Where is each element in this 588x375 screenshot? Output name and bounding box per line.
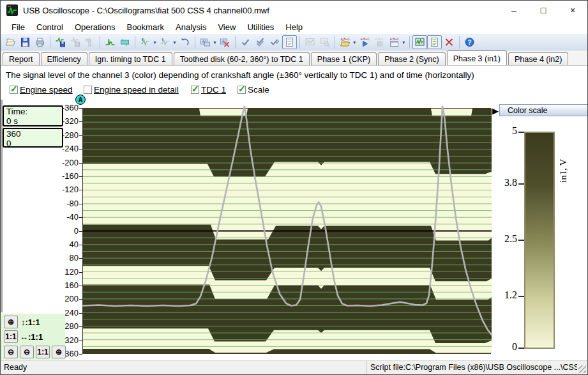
menu-operations[interactable]: Operations [69, 21, 121, 33]
script-open-button[interactable]: A:B+C [338, 35, 352, 49]
minimize-button[interactable]: – [499, 1, 529, 20]
script-run-icon: A:B+C [359, 37, 370, 47]
checkbox-engine-speed[interactable]: ✓Engine speed [10, 85, 73, 95]
menu-analysis[interactable]: Analysis [170, 21, 212, 33]
checkbox-box[interactable]: ✓ [237, 86, 246, 94]
undo-button[interactable] [177, 35, 192, 49]
zoom-out-vertical-button[interactable]: ⊖ [4, 346, 18, 358]
chart-button[interactable] [303, 35, 317, 49]
app-window: USB Oscilloscope - C:\Oscillograms\fiat … [0, 0, 588, 375]
zoom-signal-2-button[interactable] [158, 35, 172, 49]
help-button[interactable]: ? [462, 35, 477, 49]
script-view-button[interactable] [427, 35, 442, 49]
print-button[interactable] [33, 35, 47, 49]
tab-toothed-disk-60-2-360-to-tdc-1[interactable]: Toothed disk (60-2, 360°) to TDC 1 [174, 52, 310, 65]
color-scale-tick-label: 3.8 [501, 177, 517, 188]
measure-tool-icon [119, 37, 130, 47]
menu-utilities[interactable]: Utilities [241, 21, 280, 33]
zoom-out-horizontal-button[interactable]: ⊖ [20, 346, 34, 358]
close-button[interactable]: × [558, 1, 587, 20]
script-window-icon: A:B+C [389, 37, 400, 47]
save-icon [20, 37, 31, 47]
menu-file[interactable]: File [6, 21, 31, 33]
check-all-down-button[interactable] [253, 35, 268, 49]
script-stop-icon: A:B+C [374, 37, 385, 47]
menu-bookmark[interactable]: Bookmark [121, 21, 170, 33]
checkbox-engine-speed-in-detail[interactable]: Engine speed in detail [84, 85, 179, 95]
bookmark-marker-a[interactable]: A [75, 95, 86, 105]
checkbox-box[interactable]: ✓ [191, 86, 199, 94]
zoom-in-vertical-button[interactable]: ⊕ [4, 316, 18, 328]
zoom-signal-icon [140, 37, 151, 47]
tab-phase-4-in2[interactable]: Phase 4 (in2) [508, 52, 568, 65]
menu-control[interactable]: Control [31, 21, 69, 33]
phase-chart[interactable] [82, 108, 491, 354]
save-button[interactable] [18, 35, 33, 49]
zoom-signal-button[interactable] [138, 35, 153, 49]
check-all-forward-button[interactable] [268, 35, 282, 49]
signal-pulse-button[interactable] [103, 35, 117, 49]
menu-view[interactable]: View [212, 21, 241, 33]
resize-grip[interactable] [578, 365, 586, 373]
tab-phase-1-ckp[interactable]: Phase 1 (CKP) [311, 52, 377, 65]
checkbox-box[interactable] [84, 86, 92, 94]
color-scale-tick-label: 5 [501, 125, 517, 137]
script-list-icon [284, 37, 295, 47]
script-run-button[interactable]: A:B+C [358, 35, 372, 49]
svg-text:A:B+C: A:B+C [389, 37, 399, 41]
script-list-button[interactable] [282, 35, 297, 49]
checkbox-box[interactable]: ✓ [10, 86, 18, 94]
measure-tool-button[interactable] [117, 35, 132, 49]
check-button[interactable] [238, 35, 253, 49]
zoom-signal-2-icon [160, 37, 170, 47]
undo-icon [179, 37, 190, 47]
zoom-in-horizontal-button[interactable]: ⊕ [52, 346, 66, 358]
y-axis-label: 120 [64, 267, 79, 277]
toolbar-separator [195, 36, 195, 49]
open-file-button[interactable] [3, 35, 18, 49]
checkbox-tdc-1[interactable]: ✓TDC 1 [191, 85, 226, 95]
reset-vertical-scale-button[interactable]: 1:1 [4, 330, 18, 343]
chart-zoom-button[interactable] [317, 35, 332, 49]
chart-view-button[interactable] [412, 35, 427, 49]
angle-range-top: 360 [6, 129, 59, 139]
y-axis-label: 280 [64, 321, 79, 331]
toolbar-separator [459, 36, 460, 49]
tab-efficiency[interactable]: Efficiency [41, 52, 87, 65]
check-icon [240, 37, 251, 47]
compare-signals-button[interactable] [198, 35, 213, 49]
script-window-button-dropdown-icon[interactable]: ▼ [402, 40, 406, 45]
zoom-signal-2-button-dropdown-icon[interactable]: ▼ [172, 40, 177, 45]
check-icon: ✓ [238, 84, 246, 94]
toolbar-separator [100, 36, 100, 49]
reset-horizontal-scale-button[interactable]: 1:1 [36, 346, 50, 358]
checkbox-scale[interactable]: ✓Scale [237, 85, 269, 95]
maximize-button[interactable]: □ [529, 1, 558, 20]
zoom-signal-button-dropdown-icon[interactable]: ▼ [153, 40, 157, 45]
toolbar-separator [409, 36, 410, 49]
svg-text:A:B+C: A:B+C [375, 37, 384, 41]
script-open-button-dropdown-icon[interactable]: ▼ [352, 40, 357, 45]
collapse-arrow-icon: ▶ [492, 107, 499, 115]
checkbox-label: TDC 1 [201, 85, 226, 95]
delete-signal-button[interactable] [218, 35, 232, 49]
color-scale-tick [518, 183, 524, 185]
delete-view-button[interactable] [442, 35, 456, 49]
chart-view-icon [414, 37, 425, 47]
tab-ign-timing-to-tdc-1[interactable]: Ign. timing to TDC 1 [89, 52, 172, 65]
tab-phase-3-in1[interactable]: Phase 3 (in1) [447, 50, 507, 65]
menu-help[interactable]: Help [280, 21, 308, 33]
compare-signals-button-dropdown-icon[interactable]: ▼ [213, 40, 217, 45]
options-row: ✓Engine speedEngine speed in detail✓TDC … [1, 85, 587, 98]
script-stop-button[interactable]: A:B+C [372, 35, 387, 49]
signal-tools-button[interactable] [82, 35, 97, 49]
save-signal-button[interactable] [53, 35, 68, 49]
save-signal-alt-button[interactable] [68, 35, 82, 49]
tools-hammer-icon [84, 37, 95, 47]
chart-zoom-gray-icon [319, 37, 330, 47]
tab-phase-2-sync[interactable]: Phase 2 (Sync) [378, 52, 445, 65]
check-all-down-icon [255, 37, 266, 47]
tab-report[interactable]: Report [3, 52, 40, 65]
script-window-button[interactable]: A:B+C [387, 35, 402, 49]
vertical-scale-label: ↕:1:1 [21, 318, 40, 327]
